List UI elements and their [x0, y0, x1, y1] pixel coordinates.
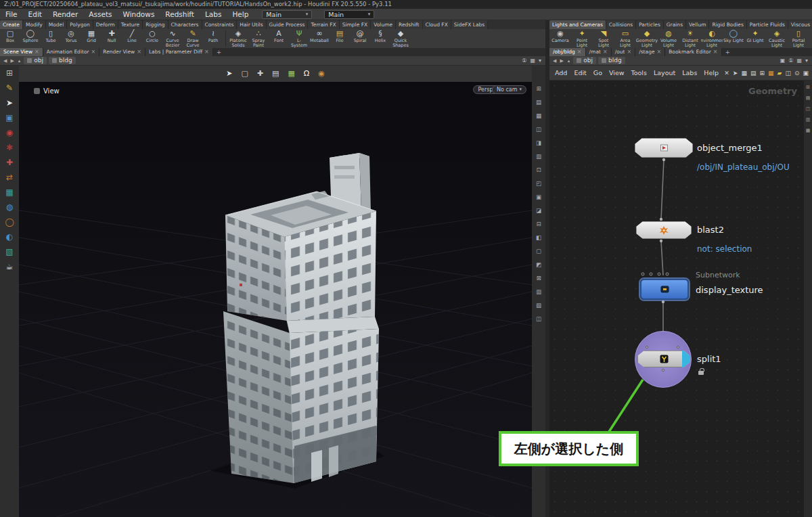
menu-item[interactable]: Help — [700, 69, 722, 76]
viewport-option-icon[interactable]: ⊠ — [536, 275, 541, 282]
viewport-option-icon[interactable]: ◨ — [536, 140, 541, 146]
dropdown-icon[interactable]: ▾ — [805, 58, 808, 64]
node-split1[interactable]: split1 — [637, 351, 690, 367]
shelf-tool[interactable]: ✦ GI Light — [744, 29, 766, 48]
shelf-tool[interactable]: ◐ Environment Light — [701, 29, 723, 48]
grid-snap-icon[interactable]: ▦ — [741, 70, 747, 76]
input-connector[interactable] — [677, 346, 679, 349]
new-tab-button[interactable]: + — [722, 48, 734, 56]
breadcrumb[interactable]: obj — [573, 57, 596, 64]
viewport-option-icon[interactable]: ▦ — [536, 113, 541, 119]
shelf-tool[interactable]: ≀ Path — [203, 29, 223, 48]
menu-item[interactable]: Labs — [679, 69, 700, 76]
shelf-tab[interactable]: Hair Utils — [237, 20, 266, 29]
snap-icon[interactable]: ✚ — [6, 158, 13, 167]
shelf-tool[interactable]: ▦ Grid — [81, 29, 102, 48]
close-icon[interactable]: × — [35, 48, 39, 56]
shelf-tab[interactable]: Rigid Bodies — [709, 20, 746, 29]
shelf-tool[interactable]: ▢ Box — [0, 29, 20, 48]
globe-icon[interactable]: ◐ — [6, 233, 13, 242]
output-connector[interactable] — [662, 369, 664, 372]
menu-item[interactable]: Edit — [570, 69, 589, 76]
viewport-option-icon[interactable]: ▥ — [536, 289, 541, 295]
shelf-tab[interactable]: Constraints — [202, 20, 238, 29]
node-shape[interactable] — [640, 279, 689, 300]
pane-tab[interactable]: Render View × — [99, 48, 145, 56]
panel-icon[interactable]: ▦ — [806, 128, 811, 133]
shelf-tab[interactable]: Particle Fluids — [747, 20, 788, 29]
view-cycle-icon[interactable]: ◍ — [6, 203, 13, 212]
scene-viewport[interactable]: View Persp ▾ No cam ▾ — [19, 82, 532, 517]
node-shape[interactable] — [636, 221, 692, 239]
shelf-tab[interactable]: SideFX Labs — [451, 20, 489, 29]
shelf-tool[interactable]: ◈ Caustic Light — [766, 29, 788, 48]
search-icon[interactable]: ⊙ — [794, 70, 800, 76]
shelf-tool[interactable]: § Helix — [370, 29, 390, 48]
pane-tab[interactable]: Labs | Parameter Diff × — [145, 48, 213, 56]
back-icon[interactable]: ◀ — [3, 58, 7, 64]
menu-item[interactable]: Assets — [83, 9, 117, 20]
shelf-tool[interactable]: ∴ Spray Paint — [248, 29, 269, 48]
shelf-tool[interactable]: ◆ Quick Shapes — [390, 29, 411, 48]
shelf-tab[interactable]: Collisions — [606, 20, 636, 29]
pointer-icon[interactable]: ➤ — [733, 70, 738, 76]
pane-tab[interactable]: Animation Editor × — [43, 48, 100, 56]
breadcrumb[interactable]: obj — [24, 57, 47, 64]
columns-icon[interactable]: ◫ — [785, 70, 791, 76]
shelf-tool[interactable]: ✎ Draw Curve — [183, 29, 203, 48]
orbit-ring-icon[interactable]: ◯ — [5, 218, 14, 227]
menu-item[interactable]: Render — [47, 9, 83, 20]
forward-icon[interactable]: ▶ — [9, 58, 14, 64]
shelf-tool[interactable]: ▯ Tube — [41, 29, 61, 48]
parent-path-icon[interactable]: ▴ — [566, 58, 572, 64]
viewport-option-icon[interactable]: ◪ — [536, 208, 541, 214]
shelf-tab[interactable]: Characters — [168, 20, 202, 29]
pane-tab[interactable]: Bookmark Editor × — [665, 48, 721, 56]
close-tool-icon[interactable]: ✕ — [724, 70, 729, 76]
folder-icon[interactable]: ▰ — [777, 70, 782, 76]
forward-icon[interactable]: ▶ — [559, 58, 564, 64]
shelf-tab[interactable]: Polygon — [67, 20, 93, 29]
box-region-icon[interactable]: ▦ — [5, 188, 13, 197]
select-tool-icon[interactable]: ➤ — [6, 99, 13, 108]
secure-selection-icon[interactable]: ▣ — [5, 114, 13, 122]
viewport-option-icon[interactable]: ⊞ — [536, 86, 541, 92]
take-badge[interactable]: ① — [522, 58, 526, 64]
shelf-tab[interactable]: Volume — [371, 20, 396, 29]
shelf-tab[interactable]: Deform — [93, 20, 118, 29]
shelf-tab[interactable]: Grains — [664, 20, 686, 29]
snapshot-icon[interactable]: ▣ — [803, 70, 809, 76]
viewport-option-icon[interactable]: ◧ — [536, 235, 541, 241]
select-mode-icon[interactable]: ➤ — [226, 70, 232, 78]
ghost-objects-icon[interactable]: Ω — [304, 70, 309, 78]
viewport-option-icon[interactable]: ◩ — [536, 262, 541, 268]
panel-icon[interactable]: ⊞ — [806, 85, 810, 90]
shelf-tool[interactable]: ◯ Sphere — [20, 29, 41, 48]
viewport-option-icon[interactable]: ▣ — [536, 194, 541, 200]
pane-layout-icon[interactable]: ⊞ — [6, 69, 13, 78]
shelf-tool[interactable]: ○ Circle — [142, 29, 162, 48]
shelf-tool[interactable]: Ψ L-System — [289, 29, 309, 48]
shelf-tab[interactable]: Lights and Cameras — [549, 20, 606, 29]
back-icon[interactable]: ◀ — [552, 58, 557, 64]
close-icon[interactable]: × — [137, 48, 141, 56]
viewport-option-icon[interactable]: ▢ — [536, 248, 541, 254]
shelf-tool[interactable]: ✦ Point Light — [571, 29, 593, 48]
pane-tab[interactable]: Scene View × — [0, 48, 43, 56]
shelf-tool[interactable]: ✚ Null — [102, 29, 122, 48]
node-shape[interactable] — [637, 351, 690, 367]
pane-tab[interactable]: /stage × — [635, 48, 665, 56]
camera-selector[interactable]: No cam ▾ — [492, 85, 526, 94]
shelf-tool[interactable]: ◆ Geometry Light — [636, 29, 658, 48]
panel-icon[interactable]: ◫ — [806, 106, 811, 112]
menu-item[interactable]: File — [0, 9, 23, 20]
shelf-tab[interactable]: Modify — [23, 20, 46, 29]
close-icon[interactable]: × — [627, 48, 631, 56]
layer-mode-icon[interactable]: ▤ — [272, 70, 279, 78]
shelf-tool[interactable]: ◍ Volume Light — [658, 29, 679, 48]
menu-item[interactable]: Tools — [628, 69, 650, 76]
pane-tab[interactable]: /out × — [612, 48, 636, 56]
viewport-option-icon[interactable]: ▧ — [536, 302, 541, 309]
shelf-tool[interactable]: ◈ Platonic Solids — [228, 29, 248, 48]
shelf-tool[interactable]: ▤ File — [330, 29, 350, 48]
